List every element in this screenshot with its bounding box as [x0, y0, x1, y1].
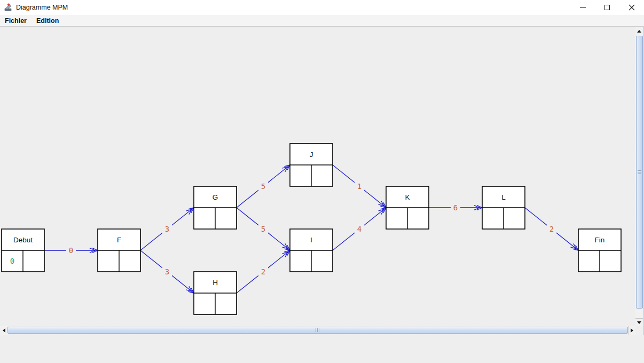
edge-label: 2	[549, 225, 554, 233]
node-title: I	[310, 236, 312, 244]
edge-F-H: 3	[140, 250, 194, 293]
minimize-button[interactable]	[570, 0, 595, 15]
thumb-grip-icon	[316, 328, 319, 332]
menu-bar: Fichier Edition	[0, 15, 644, 27]
edge-J-K: 1	[333, 165, 386, 208]
node-early-date: 0	[10, 257, 14, 265]
node-title: Fin	[595, 236, 605, 244]
scroll-left-button[interactable]	[0, 326, 7, 335]
maximize-button[interactable]	[595, 0, 619, 15]
close-button[interactable]	[619, 0, 644, 15]
edge-label: 3	[165, 225, 169, 233]
node-title: H	[213, 279, 218, 287]
node-title: F	[117, 236, 121, 244]
edge-I-K: 4	[333, 208, 386, 250]
node-title: Debut	[13, 236, 33, 244]
edge-label: 6	[453, 203, 458, 212]
menu-item-fichier[interactable]: Fichier	[0, 15, 32, 26]
scrollbar-corner	[635, 326, 644, 335]
edge-L-Fin: 2	[525, 208, 578, 250]
close-icon	[629, 4, 635, 11]
scroll-down-button[interactable]	[635, 318, 643, 326]
edge-label: 4	[357, 225, 362, 233]
node-Debut[interactable]: Debut0	[2, 229, 44, 272]
arrow-down-icon	[637, 321, 641, 324]
node-title: J	[310, 151, 313, 159]
edge-H-I: 2	[237, 250, 290, 293]
arrow-up-icon	[637, 30, 641, 33]
thumb-grip-icon	[638, 170, 641, 174]
control-panel: Date de dÃ©but Date de fin Valider Date …	[0, 335, 644, 363]
edge-label: 3	[165, 267, 169, 276]
app-icon	[4, 3, 13, 12]
minimize-icon	[580, 7, 586, 8]
edge-label: 5	[261, 182, 265, 191]
horizontal-scrollbar[interactable]	[0, 326, 635, 335]
scroll-right-button[interactable]	[628, 326, 635, 335]
node-G[interactable]: G	[194, 186, 237, 229]
node-J[interactable]: J	[290, 144, 333, 186]
edge-G-I: 5	[237, 208, 290, 250]
node-F[interactable]: F	[98, 229, 140, 272]
edge-G-J: 5	[237, 165, 290, 208]
node-I[interactable]: I	[290, 229, 333, 272]
edge-K-L: 6	[429, 203, 482, 212]
maximize-icon	[604, 5, 610, 10]
arrow-right-icon	[631, 328, 633, 333]
arrow-left-icon	[3, 328, 5, 333]
edge-label: 5	[261, 225, 265, 233]
node-title: K	[405, 193, 410, 201]
vertical-scrollbar-thumb[interactable]	[636, 36, 643, 309]
menu-item-edition[interactable]: Edition	[32, 15, 64, 26]
node-L[interactable]: L	[482, 186, 525, 229]
edge-Debut-F: 0	[44, 246, 98, 255]
vertical-scrollbar[interactable]	[635, 27, 644, 326]
edge-label: 0	[69, 246, 73, 255]
node-K[interactable]: K	[386, 186, 429, 229]
edge-label: 1	[357, 182, 362, 191]
diagram-canvas[interactable]: 0335521462Debut0FGHJIKLFin	[0, 27, 635, 326]
node-Fin[interactable]: Fin	[578, 229, 621, 272]
window-title: Diagramme MPM	[16, 4, 68, 11]
edge-label: 2	[261, 267, 265, 276]
diagram-area: 0335521462Debut0FGHJIKLFin	[0, 27, 635, 326]
node-H[interactable]: H	[194, 272, 237, 314]
scroll-up-button[interactable]	[635, 27, 643, 35]
edge-F-G: 3	[140, 208, 194, 250]
title-bar: Diagramme MPM	[0, 0, 644, 15]
node-title: G	[213, 193, 218, 201]
horizontal-scrollbar-thumb[interactable]	[7, 327, 628, 334]
node-title: L	[501, 193, 506, 201]
